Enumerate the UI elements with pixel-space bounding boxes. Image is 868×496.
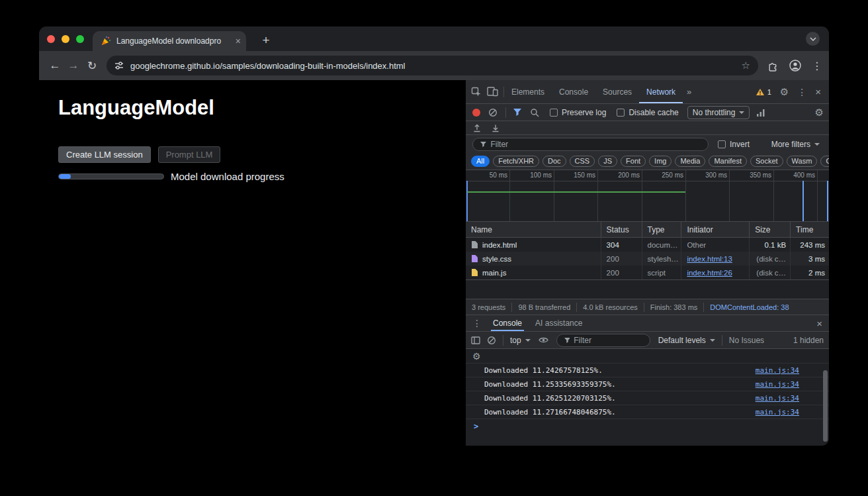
console-source-link[interactable]: main.js:34 [756,380,799,389]
warnings-badge[interactable]: 1 [756,88,771,96]
chip-doc[interactable]: Doc [542,156,566,167]
devtools-tab-console[interactable]: Console [552,80,595,103]
tab-close-icon[interactable]: × [236,36,241,46]
create-llm-session-button[interactable]: Create LLM session [58,146,151,163]
site-settings-icon[interactable] [114,61,124,70]
more-tabs-icon[interactable]: » [683,87,695,97]
chip-wasm[interactable]: Wasm [787,156,818,167]
drawer-tab-console[interactable]: Console [491,315,524,331]
device-toolbar-icon[interactable] [487,87,498,97]
devtools-settings-icon[interactable]: ⚙ [780,87,789,97]
inspect-element-icon[interactable] [471,87,482,97]
console-scrollbar-thumb[interactable] [823,370,828,442]
window-zoom-button[interactable] [76,35,84,43]
address-bar[interactable]: googlechrome.github.io/samples/downloadi… [107,56,758,75]
devtools-tab-elements[interactable]: Elements [504,80,552,103]
console-source-link[interactable]: main.js:34 [756,366,799,375]
console-source-link[interactable]: main.js:34 [756,394,799,403]
more-filters-dropdown[interactable]: More filters [771,140,820,149]
console-message-row[interactable]: Downloaded 11.27166748046875%. main.js:3… [466,405,829,419]
timeline-event-marker [827,181,828,221]
window-minimize-button[interactable] [62,35,69,43]
invert-checkbox[interactable] [718,140,726,148]
invert-label[interactable]: Invert [730,140,750,149]
throttling-select[interactable]: No throttling [687,106,750,119]
console-filter-field[interactable] [556,334,650,347]
chip-css[interactable]: CSS [570,156,595,167]
chip-socket[interactable]: Socket [750,156,783,167]
column-header-status[interactable]: Status [601,222,642,237]
tab-search-button[interactable] [806,32,820,46]
hidden-messages-count[interactable]: 1 hidden [793,336,824,345]
chip-media[interactable]: Media [675,156,705,167]
chip-js[interactable]: JS [598,156,617,167]
live-expression-eye-icon[interactable] [539,336,548,344]
drawer-menu-icon[interactable]: ⋮ [472,318,482,328]
extensions-icon[interactable] [767,60,779,72]
timeline-gridline [597,170,598,221]
column-header-time[interactable]: Time [791,222,829,237]
devtools-tab-sources[interactable]: Sources [595,80,639,103]
preserve-log-label[interactable]: Preserve log [562,108,606,117]
table-row[interactable]: style.css 200 stylesh… index.html:13 (di… [466,252,829,266]
import-har-icon[interactable] [472,123,482,132]
back-button[interactable]: ← [46,56,64,75]
export-har-icon[interactable] [491,123,500,132]
column-header-name[interactable]: Name [466,222,601,237]
console-sidebar-icon[interactable] [471,336,480,344]
console-message-row[interactable]: Downloaded 11.26251220703125%. main.js:3… [466,391,829,405]
chip-manifest[interactable]: Manifest [709,156,747,167]
network-settings-icon[interactable]: ⚙ [815,107,824,117]
disable-cache-label[interactable]: Disable cache [629,108,678,117]
bookmark-star-icon[interactable]: ☆ [742,60,750,72]
chip-other[interactable]: Other [820,156,829,167]
network-filter-field[interactable] [472,138,709,151]
window-close-button[interactable] [47,35,55,43]
drawer-tab-ai-assistance[interactable]: AI assistance [533,315,584,331]
browser-tab[interactable]: LanguageModel downloadpro × [93,31,246,51]
network-filter-input[interactable] [490,140,701,149]
reload-button[interactable]: ↻ [83,56,101,75]
disable-cache-checkbox[interactable] [617,109,625,117]
new-tab-button[interactable]: + [257,32,275,49]
console-filter-input[interactable] [574,336,642,345]
table-row[interactable]: index.html 304 docum… Other 0.1 kB 243 m… [466,238,829,252]
console-prompt[interactable]: > [466,419,829,434]
initiator-link[interactable]: index.html:26 [687,269,732,277]
devtools-close-icon[interactable]: × [815,86,821,97]
timeline-gridline [509,170,510,221]
profile-avatar-icon[interactable] [789,60,801,72]
console-message-row[interactable]: Downloaded 11.25335693359375%. main.js:3… [466,377,829,391]
filter-funnel-icon[interactable] [513,108,522,117]
column-header-type[interactable]: Type [642,222,682,237]
forward-button[interactable]: → [64,56,83,75]
clear-console-icon[interactable] [487,336,496,345]
record-network-log-icon[interactable] [472,109,480,117]
column-header-size[interactable]: Size [750,222,791,237]
network-conditions-icon[interactable] [756,109,765,117]
table-row[interactable]: main.js 200 script index.html:26 (disk c… [466,266,829,279]
search-icon[interactable] [530,108,539,117]
chip-font[interactable]: Font [621,156,646,167]
script-file-icon [471,268,478,277]
preserve-log-checkbox[interactable] [550,109,558,117]
issues-counter[interactable]: No Issues [729,336,764,345]
chip-all[interactable]: All [471,156,490,167]
initiator-link[interactable]: index.html:13 [687,255,732,263]
devtools-tab-network[interactable]: Network [639,80,683,103]
log-levels-select[interactable]: Default levels [658,336,715,345]
request-status: 200 [601,266,642,279]
chip-fetch-xhr[interactable]: Fetch/XHR [493,156,539,167]
clear-network-log-icon[interactable] [488,108,498,117]
model-progress-bar [58,174,164,179]
browser-menu-icon[interactable]: ⋮ [812,60,822,72]
devtools-menu-icon[interactable]: ⋮ [797,87,806,97]
chip-img[interactable]: Img [649,156,672,167]
drawer-close-icon[interactable]: × [816,318,822,329]
network-overview-timeline[interactable]: 50 ms 100 ms 150 ms 200 ms 250 ms 300 ms… [466,170,829,222]
console-context-select[interactable]: top [510,336,531,345]
console-settings-icon[interactable]: ⚙ [472,352,481,361]
column-header-initiator[interactable]: Initiator [681,222,750,237]
console-message-row[interactable]: Downloaded 11.24267578125%. main.js:34 [466,363,829,377]
console-source-link[interactable]: main.js:34 [756,408,799,417]
